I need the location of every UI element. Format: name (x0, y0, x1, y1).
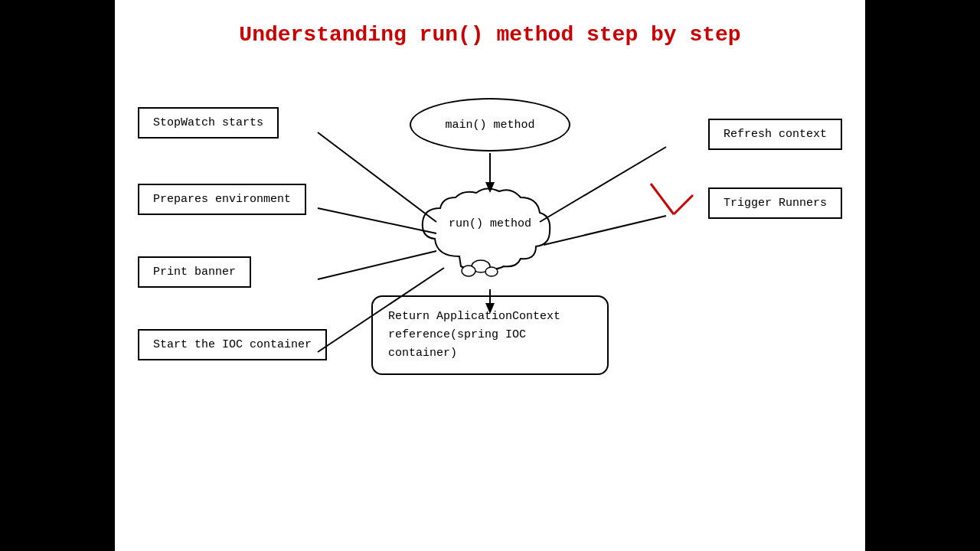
return-line2: reference(spring IOC container) (388, 328, 526, 360)
start-label: Start the IOC container (153, 338, 312, 351)
prepares-label: Prepares environment (153, 193, 291, 206)
main-method-label: main() method (445, 119, 534, 132)
run-method-label-overlay: run() method (413, 180, 567, 268)
run-method-label: run() method (449, 217, 531, 230)
stopwatch-box: StopWatch starts (138, 107, 279, 139)
return-box: Return ApplicationContext reference(spri… (371, 295, 609, 375)
svg-point-14 (485, 267, 498, 276)
slide-title: Understanding run() method step by step (115, 0, 865, 47)
trigger-label: Trigger Runners (724, 197, 827, 210)
return-line1: Return ApplicationContext (388, 310, 560, 323)
start-box: Start the IOC container (138, 329, 327, 360)
svg-line-10 (651, 184, 674, 214)
print-box: Print banner (138, 256, 251, 288)
diagram-area: main() method run() method StopWatch sta… (115, 61, 865, 520)
stopwatch-label: StopWatch starts (153, 116, 263, 129)
svg-line-11 (674, 195, 693, 214)
trigger-box: Trigger Runners (708, 187, 842, 219)
main-method-oval: main() method (410, 98, 570, 152)
slide: Understanding run() method step by step (115, 0, 865, 551)
print-label: Print banner (153, 266, 236, 279)
prepares-box: Prepares environment (138, 184, 306, 215)
refresh-label: Refresh context (724, 128, 827, 141)
refresh-box: Refresh context (708, 119, 842, 150)
